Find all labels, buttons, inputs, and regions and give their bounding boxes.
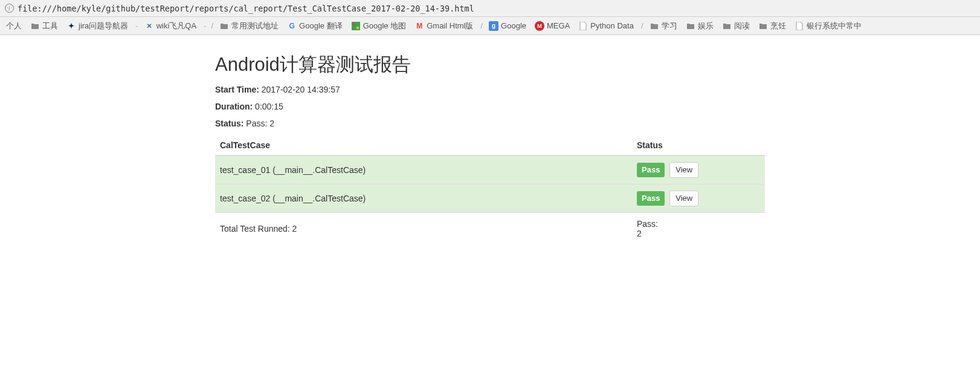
bookmark-label: Gmail Html版	[427, 21, 473, 31]
bookmark-google[interactable]: g Google	[485, 19, 530, 33]
folder-icon	[686, 21, 695, 31]
page-icon	[578, 21, 588, 31]
status-label: Status:	[215, 119, 243, 128]
table-row: test_case_01 (__main__.CalTestCase) Pass…	[215, 155, 765, 185]
bookmark-mega[interactable]: M MEGA	[531, 19, 573, 33]
google-icon: g	[489, 21, 498, 31]
svg-rect-1	[353, 23, 355, 25]
folder-icon	[219, 21, 229, 31]
bookmark-label: 银行系统中常中	[807, 21, 862, 31]
bookmark-folder-cook[interactable]: 烹饪	[755, 18, 790, 34]
gmail-icon: M	[414, 21, 424, 31]
table-footer-row: Total Test Runned: 2 Pass: 2	[215, 213, 765, 245]
info-icon[interactable]: i	[5, 4, 14, 13]
translate-icon: G	[287, 21, 297, 31]
maps-icon	[351, 21, 361, 31]
case-status-cell: Pass View	[632, 185, 765, 213]
case-status-cell: Pass View	[632, 155, 765, 185]
bookmarks-bar: 个人 工具 ✦ jira问题导航器 - ✕ wiki飞凡QA - / 常用测试地…	[0, 17, 980, 35]
bookmark-label: 常用测试地址	[231, 21, 279, 31]
duration-label: Duration:	[215, 102, 253, 111]
report-container: Android计算器测试报告 Start Time: 2017-02-20 14…	[206, 35, 774, 244]
bookmark-separator: /	[639, 21, 646, 30]
folder-icon	[722, 21, 732, 31]
footer-pass-label: Pass:	[637, 219, 658, 229]
bookmark-label: jira问题导航器	[79, 21, 128, 31]
bookmark-label: Python Data	[590, 21, 634, 30]
footer-pass-value: 2	[637, 229, 642, 238]
bookmark-folder-tools[interactable]: 工具	[27, 18, 62, 34]
bookmark-label: wiki飞凡QA	[156, 21, 196, 31]
bookmark-label: 娱乐	[698, 21, 714, 31]
jira-icon: ✦	[66, 21, 76, 31]
th-status: Status	[632, 136, 765, 155]
bookmark-folder-entertain[interactable]: 娱乐	[682, 18, 717, 34]
table-row: test_case_02 (__main__.CalTestCase) Pass…	[215, 185, 765, 213]
svg-rect-2	[356, 27, 359, 29]
bookmark-label: Google 翻译	[299, 21, 343, 31]
start-time-line: Start Time: 2017-02-20 14:39:57	[215, 85, 765, 94]
duration-value: 0:00:15	[255, 102, 283, 111]
bookmark-label: Google 地图	[363, 21, 407, 31]
case-name: test_case_01 (__main__.CalTestCase)	[215, 155, 632, 185]
folder-icon	[30, 21, 40, 31]
wiki-icon: ✕	[144, 21, 154, 31]
results-table: CalTestCase Status test_case_01 (__main_…	[215, 136, 765, 244]
bookmark-separator: -	[201, 21, 208, 30]
status-line: Status: Pass: 2	[215, 119, 765, 128]
case-name: test_case_02 (__main__.CalTestCase)	[215, 185, 632, 213]
bookmark-python-data[interactable]: Python Data	[575, 19, 637, 33]
view-button[interactable]: View	[669, 191, 698, 206]
bookmark-separator: -	[133, 21, 140, 30]
bookmark-label: 工具	[42, 21, 58, 31]
bookmark-separator: /	[208, 21, 216, 30]
bookmark-google-maps[interactable]: Google 地图	[347, 18, 410, 34]
folder-icon	[758, 21, 768, 31]
bookmark-label: MEGA	[547, 21, 570, 30]
bookmark-label: 学习	[662, 21, 677, 31]
status-badge: Pass	[637, 163, 665, 177]
status-badge: Pass	[637, 191, 665, 206]
start-time-label: Start Time:	[215, 85, 259, 94]
bookmark-bank[interactable]: 银行系统中常中	[791, 18, 865, 34]
bookmark-folder-read[interactable]: 阅读	[718, 18, 753, 34]
mega-icon: M	[535, 21, 544, 31]
bookmark-personal[interactable]: 个人	[2, 18, 25, 34]
bookmark-label: 阅读	[734, 21, 750, 31]
duration-line: Duration: 0:00:15	[215, 102, 765, 111]
folder-icon	[650, 21, 659, 31]
start-time-value: 2017-02-20 14:39:57	[262, 85, 340, 94]
url-text[interactable]: file:///home/kyle/github/testReport/repo…	[18, 4, 474, 13]
bookmark-label: 烹饪	[770, 21, 786, 31]
page-title: Android计算器测试报告	[215, 52, 765, 77]
th-case: CalTestCase	[215, 136, 632, 155]
view-button[interactable]: View	[669, 162, 698, 178]
bookmark-label: 个人	[6, 21, 22, 31]
total-runned: Total Test Runned: 2	[215, 213, 632, 245]
status-value: Pass: 2	[246, 119, 274, 128]
footer-pass: Pass: 2	[632, 213, 765, 245]
page-icon	[795, 21, 804, 31]
bookmark-jira[interactable]: ✦ jira问题导航器	[63, 18, 132, 34]
bookmark-folder-study[interactable]: 学习	[646, 18, 681, 34]
bookmark-google-translate[interactable]: G Google 翻译	[283, 18, 346, 34]
bookmark-wiki[interactable]: ✕ wiki飞凡QA	[141, 18, 200, 34]
bookmark-gmail[interactable]: M Gmail Html版	[411, 18, 477, 34]
bookmark-folder-testaddr[interactable]: 常用测试地址	[216, 18, 282, 34]
bookmark-label: Google	[501, 21, 526, 30]
bookmark-separator: /	[478, 21, 485, 30]
address-bar: i file:///home/kyle/github/testReport/re…	[0, 0, 980, 17]
